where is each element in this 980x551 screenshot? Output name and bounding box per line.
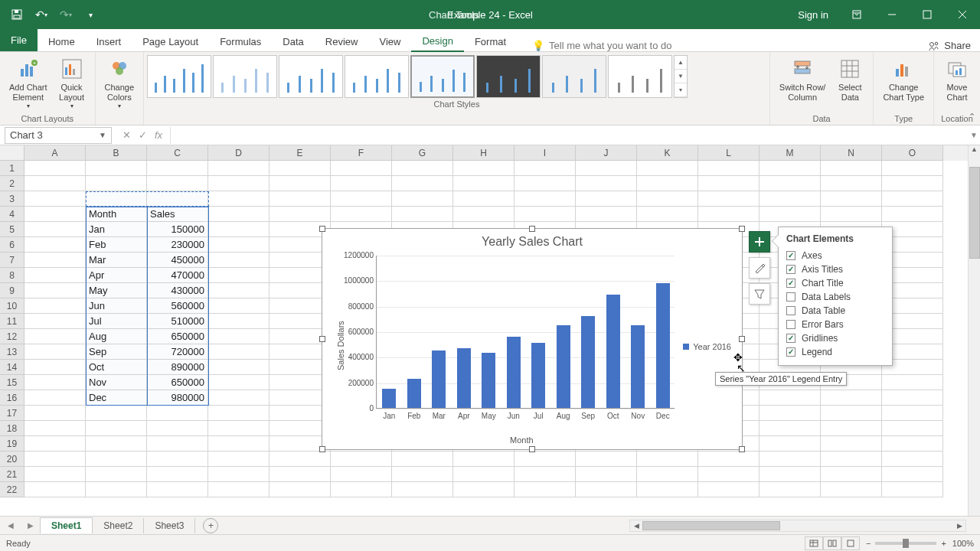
cell[interactable] [24, 268, 86, 283]
chart-bar[interactable] [656, 283, 670, 408]
cell[interactable] [514, 482, 576, 497]
cell[interactable] [760, 406, 821, 421]
cell[interactable] [576, 467, 637, 482]
cell[interactable]: Jun [86, 298, 147, 314]
cell[interactable] [24, 329, 86, 344]
chart-element-option[interactable]: ✓Axes [786, 249, 884, 262]
change-colors-button[interactable]: Change Colors▾ [100, 55, 139, 112]
cell[interactable] [882, 176, 943, 191]
cell[interactable] [392, 467, 453, 482]
cell[interactable] [882, 207, 943, 222]
chart-element-option[interactable]: Error Bars [786, 318, 884, 331]
cell[interactable] [24, 207, 86, 222]
cell[interactable]: Sales [147, 207, 208, 222]
cell[interactable] [453, 482, 514, 497]
row-header[interactable]: 11 [0, 314, 24, 329]
cell[interactable] [86, 467, 147, 482]
checkbox[interactable]: ✓ [786, 279, 795, 288]
select-all-corner[interactable] [0, 145, 24, 161]
cell[interactable] [392, 482, 453, 497]
cell[interactable] [882, 467, 943, 482]
cell[interactable] [208, 436, 270, 452]
cell[interactable] [24, 191, 86, 207]
col-header[interactable]: O [882, 145, 943, 161]
close-icon[interactable] [945, 0, 980, 29]
chart-element-option[interactable]: ✓Gridlines [786, 331, 884, 345]
cell[interactable] [270, 161, 331, 176]
cell[interactable] [331, 482, 392, 497]
cell[interactable] [208, 207, 270, 222]
cell[interactable]: Oct [86, 360, 147, 375]
cell[interactable] [514, 452, 576, 467]
cell[interactable] [208, 298, 270, 314]
style-thumb[interactable] [608, 55, 672, 98]
signin-link[interactable]: Sign in [798, 9, 828, 21]
cell[interactable]: 890000 [147, 360, 208, 375]
checkbox[interactable]: ✓ [786, 347, 795, 357]
col-header[interactable]: M [760, 145, 821, 161]
cell[interactable] [147, 421, 208, 436]
cell[interactable] [24, 406, 86, 421]
row-header[interactable]: 16 [0, 390, 24, 406]
cell[interactable]: Month [86, 207, 147, 222]
cell[interactable] [453, 467, 514, 482]
chevron-down-icon[interactable]: ▼ [99, 131, 106, 139]
collapse-ribbon-icon[interactable]: ⌃ [969, 112, 975, 122]
cell[interactable] [24, 467, 86, 482]
chart-legend[interactable]: Year 2016 [683, 342, 731, 351]
cell[interactable] [24, 222, 86, 237]
style-thumb[interactable] [279, 55, 343, 98]
cell[interactable] [637, 176, 698, 191]
cell[interactable]: 650000 [147, 329, 208, 344]
cell[interactable] [882, 452, 943, 467]
cell[interactable]: Sep [86, 344, 147, 360]
add-chart-element-button[interactable]: + Add Chart Element▾ [5, 55, 52, 112]
cell[interactable]: 650000 [147, 375, 208, 390]
cell[interactable] [24, 344, 86, 360]
checkbox[interactable] [786, 306, 795, 315]
cell[interactable] [208, 421, 270, 436]
cell[interactable] [453, 191, 514, 207]
cell[interactable] [147, 406, 208, 421]
tab-design[interactable]: Design [411, 31, 463, 52]
cell[interactable] [331, 467, 392, 482]
cell[interactable] [24, 253, 86, 268]
cell[interactable]: 560000 [147, 298, 208, 314]
col-header[interactable]: D [208, 145, 270, 161]
checkbox[interactable] [786, 320, 795, 329]
undo-icon[interactable]: ↶▾ [31, 4, 52, 25]
chart-bar[interactable] [507, 337, 521, 408]
cell[interactable] [882, 390, 943, 406]
cell[interactable]: 720000 [147, 344, 208, 360]
row-header[interactable]: 17 [0, 406, 24, 421]
row-header[interactable]: 21 [0, 467, 24, 482]
chart-bar[interactable] [581, 316, 595, 408]
row-header[interactable]: 15 [0, 375, 24, 390]
chart-element-option[interactable]: Data Table [786, 304, 884, 318]
cell[interactable] [208, 375, 270, 390]
cell[interactable] [637, 207, 698, 222]
gallery-scroll[interactable]: ▲▼▾ [674, 55, 688, 98]
row-header[interactable]: 5 [0, 222, 24, 237]
cell[interactable] [24, 360, 86, 375]
cell[interactable] [24, 237, 86, 253]
col-header[interactable]: H [453, 145, 514, 161]
cell[interactable] [208, 191, 270, 207]
plot-area[interactable]: 020000040000060000080000010000001200000J… [376, 256, 675, 409]
cell[interactable]: 450000 [147, 253, 208, 268]
col-header[interactable]: K [637, 145, 698, 161]
cell[interactable] [331, 191, 392, 207]
row-header[interactable]: 1 [0, 161, 24, 176]
cell[interactable] [821, 406, 882, 421]
chart-bar[interactable] [432, 350, 446, 408]
cell[interactable] [453, 207, 514, 222]
cell[interactable] [208, 314, 270, 329]
cell[interactable] [882, 191, 943, 207]
cell[interactable] [86, 482, 147, 497]
tab-home[interactable]: Home [38, 31, 86, 51]
cell[interactable] [86, 161, 147, 176]
cell[interactable]: Nov [86, 375, 147, 390]
chart-bar[interactable] [531, 343, 545, 408]
cell[interactable] [576, 482, 637, 497]
cell[interactable] [882, 436, 943, 452]
